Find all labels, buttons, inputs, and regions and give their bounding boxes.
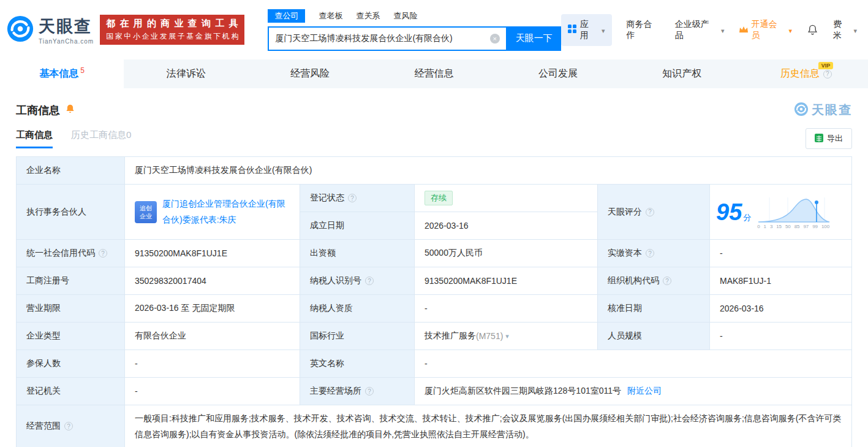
- table-row: 企业名称 厦门天空工场博凌科技发展合伙企业(有限合伙): [17, 157, 852, 185]
- section-title: 工商信息: [16, 103, 60, 118]
- search-tab-risk[interactable]: 查风险: [393, 9, 417, 23]
- org-code-text: 组织机构代码: [608, 275, 659, 286]
- tab-intellectual-property[interactable]: 知识产权: [620, 59, 744, 88]
- tab-history-info-label: 历史信息: [780, 67, 820, 80]
- chevron-down-icon[interactable]: [505, 332, 509, 340]
- tab-basic-info[interactable]: 基本信息 5: [0, 59, 124, 88]
- tab-basic-info-count: 5: [80, 66, 85, 75]
- help-icon[interactable]: [348, 194, 357, 202]
- business-info-table: 企业名称 厦门天空工场博凌科技发展合伙企业(有限合伙) 执行事务合伙人 追创 企…: [16, 156, 852, 447]
- enterprise-label: 企业级产品: [675, 19, 717, 41]
- vip-badge: VIP: [818, 62, 834, 69]
- search-tabs: 查公司 查老板 查关系 查风险: [268, 9, 560, 23]
- industry-code: (M751): [476, 331, 503, 341]
- tab-operation-risk[interactable]: 经营风险: [248, 59, 372, 88]
- search-area: 查公司 查老板 查关系 查风险 天眼一下: [268, 9, 560, 51]
- paid-capital-value: -: [710, 240, 852, 267]
- partner-badge-bottom: 企业: [140, 212, 152, 220]
- table-row: 统一社会信用代码 91350200MAK8F1UJ1E 出资额 50000万人民…: [17, 240, 852, 267]
- business-address-label: 主要经营场所: [300, 378, 415, 405]
- partner-logo-badge: 追创 企业: [135, 201, 157, 223]
- uscc-text: 统一社会信用代码: [26, 248, 95, 259]
- search-button[interactable]: 天眼一下: [507, 26, 561, 51]
- taxpayer-id-value: 91350200MAK8F1UJ1E: [415, 267, 598, 295]
- subtab-row: 工商信息 历史工商信息0 导出: [0, 128, 868, 149]
- logo-cn-text: 天眼查: [39, 15, 94, 37]
- table-row: 执行事务合伙人 追创 企业 厦门追创企业管理合伙企业(有限合伙)委派代表:朱庆 …: [17, 185, 852, 240]
- tab-legal-litigation[interactable]: 法律诉讼: [124, 59, 247, 88]
- established-date-label: 成立日期: [300, 212, 415, 240]
- menu-enterprise-products[interactable]: 企业级产品: [675, 19, 725, 41]
- taxpayer-qualification-value: -: [415, 295, 598, 323]
- tab-history-info[interactable]: VIP 历史信息: [744, 59, 868, 88]
- registration-authority-label: 登记机关: [17, 378, 125, 405]
- help-icon[interactable]: [823, 70, 832, 78]
- org-code-label: 组织机构代码: [598, 267, 710, 295]
- registration-number-label: 工商注册号: [17, 267, 125, 295]
- tab-company-development[interactable]: 公司发展: [496, 59, 620, 88]
- registration-status-value: 存续: [415, 185, 598, 212]
- approval-date-value: 2026-03-16: [710, 295, 852, 323]
- address-text: 厦门火炬高新区软件园三期凤岐路128号101室011号: [425, 386, 621, 397]
- username: 费米: [833, 19, 850, 41]
- watermark-text: 天眼查: [812, 102, 852, 118]
- tab-operation-risk-label: 经营风险: [290, 67, 330, 80]
- table-row: 登记机关 - 主要经营场所 厦门火炬高新区软件园三期凤岐路128号101室011…: [17, 378, 852, 405]
- executive-partner-link[interactable]: 厦门追创企业管理合伙企业(有限合伙)委派代表:朱庆: [162, 196, 290, 227]
- table-row: 营业期限 2026-03-16 至 无固定期限 纳税人资质 - 核准日期 202…: [17, 295, 852, 323]
- executive-partner-value: 追创 企业 厦门追创企业管理合伙企业(有限合伙)委派代表:朱庆: [125, 185, 300, 240]
- help-icon[interactable]: [99, 249, 107, 258]
- tianyancha-watermark: 天眼查: [794, 102, 852, 118]
- banner-line2: 国家中小企业发展子基金旗下机构: [106, 31, 238, 42]
- apps-menu-button[interactable]: 应用: [561, 14, 612, 46]
- company-type-value: 有限合伙企业: [125, 323, 300, 350]
- export-button[interactable]: 导出: [806, 128, 852, 149]
- business-scope-text: 经营范围: [26, 421, 61, 432]
- menu-cooperation[interactable]: 商务合作: [627, 19, 660, 41]
- score-axis: 0131550859799100: [757, 224, 829, 229]
- english-name-value: -: [415, 350, 852, 378]
- tianyancha-logo[interactable]: 天眼查 TianYanCha.com: [6, 15, 94, 45]
- business-term-label: 营业期限: [17, 295, 125, 323]
- clear-search-icon[interactable]: [490, 34, 500, 44]
- banner-line1: 都在用的商业查询工具: [106, 18, 238, 29]
- subtab-business-info[interactable]: 工商信息: [16, 129, 53, 148]
- notification-bell-icon[interactable]: [807, 24, 818, 36]
- help-icon[interactable]: [646, 249, 654, 258]
- table-row: 企业类型 有限合伙企业 国标行业 技术推广服务 (M751) 人员规模 -: [17, 323, 852, 350]
- tab-basic-info-label: 基本信息: [39, 67, 78, 80]
- subtab-history-business-info[interactable]: 历史工商信息0: [71, 129, 131, 148]
- approval-date-label: 核准日期: [598, 295, 710, 323]
- score-number: 95: [716, 199, 742, 225]
- nearby-companies-link[interactable]: 附近公司: [627, 386, 662, 397]
- tab-company-development-label: 公司发展: [538, 67, 578, 80]
- search-tab-boss[interactable]: 查老板: [319, 9, 342, 23]
- paid-capital-text: 实缴资本: [608, 248, 642, 259]
- logo-en-text: TianYanCha.com: [39, 38, 94, 45]
- search-tab-relation[interactable]: 查关系: [356, 9, 380, 23]
- capital-value: 50000万人民币: [415, 240, 598, 267]
- insured-count-label: 参保人数: [17, 350, 125, 378]
- menu-open-vip[interactable]: 开通会员: [739, 19, 792, 41]
- tianyan-score-text: 天眼评分: [608, 207, 642, 218]
- tab-business-info[interactable]: 经营信息: [372, 59, 496, 88]
- user-menu[interactable]: 费米: [833, 19, 857, 41]
- table-row: 经营范围 一般项目:科技推广和应用服务;技术服务、技术开发、技术咨询、技术交流、…: [17, 405, 852, 447]
- help-icon[interactable]: [365, 277, 374, 285]
- help-icon[interactable]: [365, 387, 374, 395]
- chevron-down-icon: [720, 25, 725, 35]
- help-icon[interactable]: [646, 208, 654, 216]
- help-icon[interactable]: [663, 277, 671, 285]
- chevron-down-icon: [852, 25, 857, 35]
- english-name-label: 英文名称: [300, 350, 415, 378]
- registration-status-label: 登记状态: [300, 185, 415, 212]
- company-name-label: 企业名称: [17, 157, 125, 185]
- search-tab-company[interactable]: 查公司: [268, 9, 305, 23]
- apps-grid-icon: [568, 25, 576, 35]
- business-scope-value: 一般项目:科技推广和应用服务;技术服务、技术开发、技术咨询、技术交流、技术转让、…: [125, 405, 852, 447]
- search-input[interactable]: [275, 34, 489, 44]
- spreadsheet-icon: [815, 134, 823, 144]
- help-icon[interactable]: [64, 422, 73, 430]
- uscc-value: 91350200MAK8F1UJ1E: [125, 240, 300, 267]
- subscribe-bell-icon[interactable]: [65, 104, 75, 117]
